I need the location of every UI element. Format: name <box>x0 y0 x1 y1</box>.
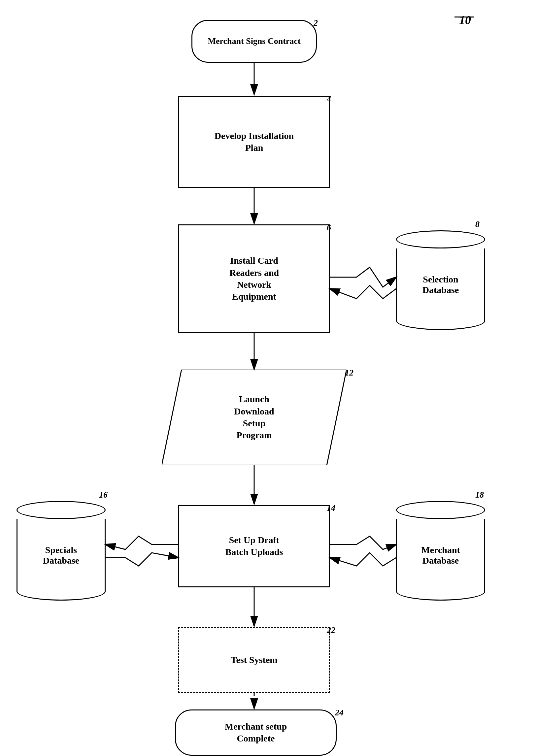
cylinder-bottom-merchant <box>396 582 485 601</box>
ref-22: 22 <box>327 625 335 635</box>
install-card-readers-node: Install CardReaders andNetworkEquipment <box>178 224 330 333</box>
selection-database-cylinder: SelectionDatabase <box>396 224 485 327</box>
cylinder-bottom-selection <box>396 312 485 330</box>
ref-underline <box>454 17 474 18</box>
ref-8: 8 <box>475 219 479 229</box>
merchant-database-cylinder: MerchantDatabase <box>396 495 485 597</box>
cylinder-top-specials <box>17 501 105 519</box>
merchant-signs-contract-node: Merchant Signs Contract <box>191 20 317 63</box>
arrow-to-selection-db <box>330 267 396 287</box>
specials-database-cylinder: SpecialsDatabase <box>17 495 105 597</box>
flowchart-diagram: 10 Merchant Signs Contract 2 Develop Ins… <box>0 0 537 756</box>
cylinder-top-selection <box>396 230 485 249</box>
ref-18: 18 <box>475 490 484 500</box>
ref-4: 4 <box>327 94 331 104</box>
arrow-from-selection-db <box>330 285 396 298</box>
ref-16: 16 <box>99 490 107 500</box>
cylinder-body-specials: SpecialsDatabase <box>17 519 105 592</box>
arrow-from-specials-db <box>105 553 178 566</box>
ref-6: 6 <box>327 223 331 233</box>
cylinder-top-merchant <box>396 501 485 519</box>
ref-24: 24 <box>335 708 344 718</box>
cylinder-body-merchant: MerchantDatabase <box>396 519 485 592</box>
diagram-ref-number: 10 <box>459 13 471 27</box>
develop-installation-plan-node: Develop InstallationPlan <box>178 96 330 188</box>
setup-draft-batch-node: Set Up DraftBatch Uploads <box>178 505 330 587</box>
ref-12: 12 <box>345 368 353 378</box>
test-system-node: Test System <box>178 627 330 693</box>
ref-2: 2 <box>313 18 318 28</box>
cylinder-body-selection: SelectionDatabase <box>396 249 485 321</box>
launch-download-node: LaunchDownloadSetupProgram <box>162 370 347 465</box>
cylinder-bottom-specials <box>17 582 105 601</box>
arrow-to-merchant-db <box>330 536 396 549</box>
ref-14: 14 <box>327 503 335 513</box>
merchant-setup-complete-node: Merchant setupComplete <box>175 709 337 756</box>
arrow-from-merchant-db <box>330 553 396 566</box>
arrow-to-specials-db <box>105 536 178 549</box>
